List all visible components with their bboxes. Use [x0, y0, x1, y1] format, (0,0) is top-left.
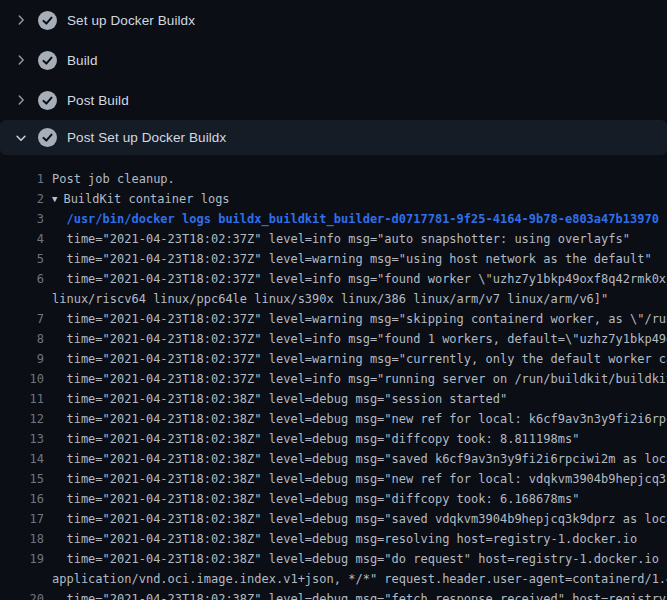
check-circle-icon: [38, 11, 57, 30]
step-row-1[interactable]: Build: [0, 40, 667, 80]
log-line: 2▼BuildKit container logs: [0, 189, 667, 209]
steps-list: Set up Docker BuildxBuildPost BuildPost …: [0, 0, 667, 155]
log-text: time="2021-04-23T18:02:38Z" level=debug …: [52, 489, 667, 509]
chevron-right-icon: [12, 91, 30, 109]
log-line: 1Post job cleanup.: [0, 169, 667, 189]
log-text: ▼BuildKit container logs: [52, 189, 667, 209]
log-line: 16 time="2021-04-23T18:02:38Z" level=deb…: [0, 489, 667, 509]
log-line-number[interactable]: 15: [0, 469, 44, 489]
log-line: 17 time="2021-04-23T18:02:38Z" level=deb…: [0, 509, 667, 529]
log-line: 8 time="2021-04-23T18:02:37Z" level=info…: [0, 329, 667, 349]
log-line-number[interactable]: 7: [0, 309, 44, 329]
log-line: 14 time="2021-04-23T18:02:38Z" level=deb…: [0, 449, 667, 469]
chevron-down-icon: [12, 129, 30, 147]
log-line: 15 time="2021-04-23T18:02:38Z" level=deb…: [0, 469, 667, 489]
chevron-right-icon: [12, 11, 30, 29]
log-line-number[interactable]: 8: [0, 329, 44, 349]
log-line: 20 time="2021-04-23T18:02:38Z" level=deb…: [0, 589, 667, 600]
log-line-number[interactable]: 9: [0, 349, 44, 369]
log-line: 7 time="2021-04-23T18:02:37Z" level=warn…: [0, 309, 667, 329]
log-text: time="2021-04-23T18:02:38Z" level=debug …: [52, 449, 667, 469]
check-circle-icon: [38, 128, 57, 147]
log-line: 11 time="2021-04-23T18:02:38Z" level=deb…: [0, 389, 667, 409]
log-line-number[interactable]: 6: [0, 269, 44, 289]
log-text: time="2021-04-23T18:02:38Z" level=debug …: [52, 429, 667, 449]
log-line-number[interactable]: 1: [0, 169, 44, 189]
log-line: 4 time="2021-04-23T18:02:37Z" level=info…: [0, 229, 667, 249]
log-line-continuation: application/vnd.oci.image.index.v1+json,…: [0, 569, 667, 589]
log-text: time="2021-04-23T18:02:37Z" level=info m…: [52, 369, 667, 389]
log-line-number[interactable]: 5: [0, 249, 44, 269]
log-text: time="2021-04-23T18:02:37Z" level=info m…: [52, 269, 667, 289]
log-line-continuation: linux/riscv64 linux/ppc64le linux/s390x …: [0, 289, 667, 309]
log-line-number[interactable]: 13: [0, 429, 44, 449]
log-text: time="2021-04-23T18:02:38Z" level=debug …: [52, 529, 667, 549]
log-text: time="2021-04-23T18:02:37Z" level=info m…: [52, 329, 667, 349]
log-text: time="2021-04-23T18:02:37Z" level=warnin…: [52, 309, 667, 329]
log-line: 18 time="2021-04-23T18:02:38Z" level=deb…: [0, 529, 667, 549]
log-line: 9 time="2021-04-23T18:02:37Z" level=warn…: [0, 349, 667, 369]
group-toggle-icon[interactable]: ▼: [52, 189, 57, 209]
log-command-text: /usr/bin/docker logs buildx_buildkit_bui…: [52, 209, 667, 229]
chevron-right-icon: [12, 51, 30, 69]
log-line-number[interactable]: 2: [0, 189, 44, 209]
log-text: time="2021-04-23T18:02:38Z" level=debug …: [52, 469, 667, 489]
check-circle-icon: [38, 91, 57, 110]
log-line-number[interactable]: 4: [0, 229, 44, 249]
step-label: Set up Docker Buildx: [67, 13, 195, 28]
log-line-number[interactable]: 17: [0, 509, 44, 529]
log-line-number[interactable]: 16: [0, 489, 44, 509]
step-row-2[interactable]: Post Build: [0, 80, 667, 120]
log-text: application/vnd.oci.image.index.v1+json,…: [52, 569, 667, 589]
log-line: 3 /usr/bin/docker logs buildx_buildkit_b…: [0, 209, 667, 229]
log-line-number[interactable]: 19: [0, 549, 44, 569]
log-line: 5 time="2021-04-23T18:02:37Z" level=warn…: [0, 249, 667, 269]
log-area: 1Post job cleanup.2▼BuildKit container l…: [0, 155, 667, 600]
log-text: time="2021-04-23T18:02:38Z" level=debug …: [52, 549, 667, 569]
log-text: Post job cleanup.: [52, 169, 667, 189]
log-text: time="2021-04-23T18:02:38Z" level=debug …: [52, 389, 667, 409]
log-line-number[interactable]: 20: [0, 589, 44, 600]
log-text: time="2021-04-23T18:02:37Z" level=warnin…: [52, 249, 667, 269]
log-line: 10 time="2021-04-23T18:02:37Z" level=inf…: [0, 369, 667, 389]
log-text: time="2021-04-23T18:02:38Z" level=debug …: [52, 409, 667, 429]
log-line: 6 time="2021-04-23T18:02:37Z" level=info…: [0, 269, 667, 289]
step-label: Post Build: [67, 93, 129, 108]
step-label: Post Set up Docker Buildx: [67, 130, 226, 145]
log-line: 12 time="2021-04-23T18:02:38Z" level=deb…: [0, 409, 667, 429]
log-text: time="2021-04-23T18:02:38Z" level=debug …: [52, 509, 667, 529]
check-circle-icon: [38, 51, 57, 70]
log-line-number[interactable]: 10: [0, 369, 44, 389]
log-line: 13 time="2021-04-23T18:02:38Z" level=deb…: [0, 429, 667, 449]
actions-log-panel: Set up Docker BuildxBuildPost BuildPost …: [0, 0, 667, 600]
log-line-number[interactable]: 14: [0, 449, 44, 469]
log-text: time="2021-04-23T18:02:37Z" level=info m…: [52, 229, 667, 249]
log-line-number[interactable]: 12: [0, 409, 44, 429]
step-row-3[interactable]: Post Set up Docker Buildx: [0, 120, 667, 155]
log-line-number[interactable]: 18: [0, 529, 44, 549]
step-label: Build: [67, 53, 98, 68]
log-line: 19 time="2021-04-23T18:02:38Z" level=deb…: [0, 549, 667, 569]
log-text: time="2021-04-23T18:02:38Z" level=debug …: [52, 589, 667, 600]
log-line-number[interactable]: 3: [0, 209, 44, 229]
log-text: linux/riscv64 linux/ppc64le linux/s390x …: [52, 289, 667, 309]
log-line-number: [0, 569, 44, 589]
log-line-number: [0, 289, 44, 309]
log-text: time="2021-04-23T18:02:37Z" level=warnin…: [52, 349, 667, 369]
step-row-0[interactable]: Set up Docker Buildx: [0, 0, 667, 40]
log-line-number[interactable]: 11: [0, 389, 44, 409]
